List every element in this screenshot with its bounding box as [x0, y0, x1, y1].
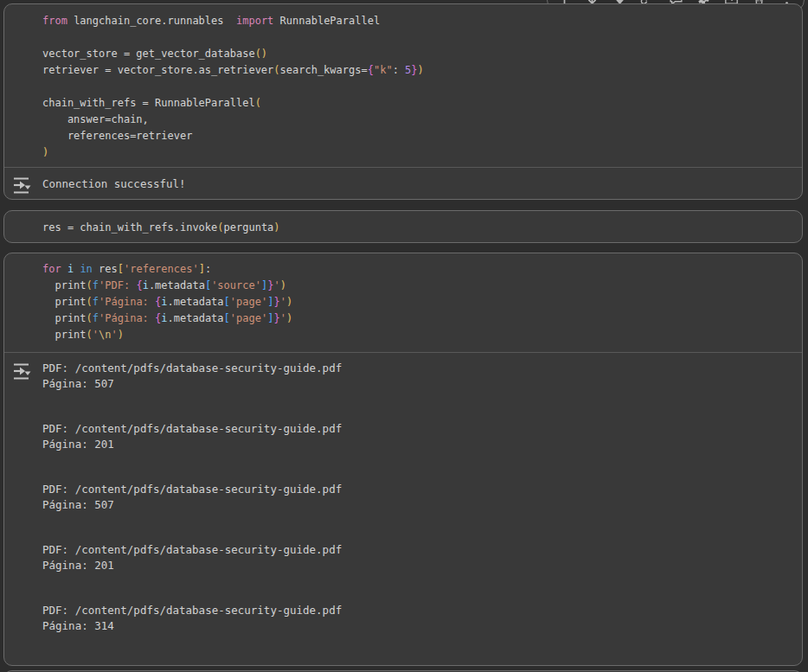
notebook-page: from langchain_core.runnables import Run…	[0, 0, 808, 672]
code-editor[interactable]: res = chain_with_refs.invoke(pergunta)	[4, 211, 802, 242]
output-text: Connection successful!	[42, 175, 186, 194]
code-editor[interactable]: for i in res['references']: print(f'PDF:…	[4, 253, 802, 352]
cell-output: PDF: /content/pdfs/database-security-gui…	[4, 353, 802, 633]
code-cell-1: from langchain_core.runnables import Run…	[3, 3, 803, 200]
output-gutter	[4, 361, 42, 381]
output-options-icon[interactable]	[10, 361, 33, 381]
code-editor[interactable]: from langchain_core.runnables import Run…	[4, 4, 802, 167]
output-options-icon[interactable]	[10, 175, 33, 195]
code-cell-2: res = chain_with_refs.invoke(pergunta)	[3, 210, 803, 243]
code-cell-3: for i in res['references']: print(f'PDF:…	[3, 253, 803, 666]
output-gutter	[4, 175, 42, 195]
cell-output: Connection successful!	[4, 168, 802, 195]
output-text: PDF: /content/pdfs/database-security-gui…	[42, 361, 342, 633]
